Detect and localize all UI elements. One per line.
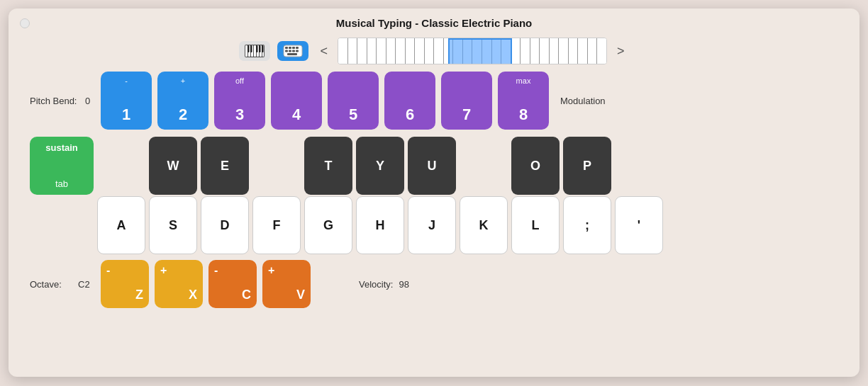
octave-key-c[interactable]: - C bbox=[208, 260, 257, 308]
octave-value: C2 bbox=[78, 279, 95, 290]
white-key bbox=[587, 38, 597, 64]
white-key bbox=[338, 38, 347, 64]
traffic-light[interactable] bbox=[20, 18, 30, 28]
key-l[interactable]: L bbox=[511, 196, 560, 254]
white-key bbox=[596, 38, 606, 64]
pitch-key-3-top: off bbox=[214, 76, 265, 85]
key-d[interactable]: D bbox=[201, 196, 249, 254]
pitch-bend-key-2[interactable]: + 2 bbox=[157, 72, 208, 130]
key-semicolon[interactable]: ; bbox=[563, 196, 611, 254]
key-s[interactable]: S bbox=[149, 196, 197, 254]
white-key bbox=[530, 38, 540, 64]
black-keys-row: sustain tab W E T Y U O P bbox=[30, 137, 838, 195]
piano-icon bbox=[245, 45, 265, 57]
white-key bbox=[549, 38, 559, 64]
pitch-bend-key-6[interactable]: 6 bbox=[384, 72, 435, 130]
white-key bbox=[558, 38, 568, 64]
key-j[interactable]: J bbox=[408, 196, 456, 254]
pitch-key-8-bottom: 8 bbox=[519, 106, 528, 124]
key-f[interactable]: F bbox=[252, 196, 301, 254]
window-title: Musical Typing - Classic Electric Piano bbox=[336, 17, 532, 29]
pitch-bend-key-8[interactable]: max 8 bbox=[498, 72, 549, 130]
key-y[interactable]: Y bbox=[356, 137, 404, 195]
pitch-bend-key-4[interactable]: 4 bbox=[271, 72, 322, 130]
pitch-bend-row: Pitch Bend: 0 - 1 + 2 off 3 4 bbox=[30, 72, 838, 130]
svg-rect-21 bbox=[296, 50, 299, 52]
nav-left-button[interactable]: < bbox=[316, 42, 332, 60]
main-content: Pitch Bend: 0 - 1 + 2 off 3 4 bbox=[9, 72, 859, 308]
key-u[interactable]: U bbox=[408, 137, 456, 195]
svg-rect-22 bbox=[287, 53, 297, 55]
pitch-key-7-bottom: 7 bbox=[462, 106, 471, 124]
pitch-bend-key-5[interactable]: 5 bbox=[328, 72, 379, 130]
white-key bbox=[405, 38, 415, 64]
key-g[interactable]: G bbox=[304, 196, 352, 254]
octave-key-x[interactable]: + X bbox=[155, 260, 203, 308]
main-window: Musical Typing - Classic Electric Piano bbox=[9, 8, 859, 377]
key-a[interactable]: A bbox=[97, 196, 145, 254]
oct-z-bottom: Z bbox=[135, 288, 143, 302]
key-t[interactable]: T bbox=[304, 137, 352, 195]
pitch-key-8-top: max bbox=[498, 76, 549, 85]
svg-rect-9 bbox=[250, 45, 252, 52]
pitch-key-2-bottom: 2 bbox=[179, 106, 187, 124]
key-h[interactable]: H bbox=[356, 196, 404, 254]
svg-rect-17 bbox=[296, 47, 299, 49]
modulation-label: Modulation bbox=[560, 96, 606, 106]
svg-rect-20 bbox=[292, 50, 295, 52]
spacer-k bbox=[460, 137, 508, 195]
white-key bbox=[367, 38, 377, 64]
sustain-button[interactable]: sustain tab bbox=[30, 137, 94, 195]
key-e[interactable]: E bbox=[201, 137, 249, 195]
white-key bbox=[347, 38, 357, 64]
white-key bbox=[395, 38, 405, 64]
pitch-key-1-bottom: 1 bbox=[122, 106, 130, 124]
pitch-key-1-top: - bbox=[101, 76, 152, 85]
velocity-label: Velocity: bbox=[359, 279, 393, 290]
pitch-bend-key-1[interactable]: - 1 bbox=[101, 72, 152, 130]
svg-rect-10 bbox=[256, 45, 258, 52]
keyboard-view-button[interactable] bbox=[277, 41, 308, 61]
velocity-value: 98 bbox=[399, 279, 408, 290]
pitch-bend-label: Pitch Bend: bbox=[30, 96, 79, 106]
octave-label: Octave: bbox=[30, 279, 72, 290]
white-key bbox=[568, 38, 578, 64]
oct-v-bottom: V bbox=[296, 288, 305, 302]
spacer-a bbox=[97, 137, 145, 195]
octave-key-z[interactable]: - Z bbox=[101, 260, 149, 308]
svg-rect-4 bbox=[254, 45, 256, 57]
key-w[interactable]: W bbox=[149, 137, 197, 195]
key-o[interactable]: O bbox=[511, 137, 560, 195]
toolbar: < bbox=[9, 35, 859, 72]
white-key bbox=[577, 38, 587, 64]
oct-x-top: + bbox=[160, 264, 167, 277]
key-k[interactable]: K bbox=[460, 196, 508, 254]
pitch-key-2-top: + bbox=[157, 76, 208, 85]
octave-key-v[interactable]: + V bbox=[262, 260, 311, 308]
oct-v-top: + bbox=[268, 264, 274, 277]
sustain-top-label: sustain bbox=[45, 142, 78, 153]
oct-c-top: - bbox=[214, 264, 218, 277]
white-key bbox=[414, 38, 424, 64]
piano-highlight bbox=[448, 38, 512, 64]
pitch-key-5-bottom: 5 bbox=[349, 106, 357, 124]
spacer-f bbox=[252, 137, 301, 195]
svg-rect-16 bbox=[292, 47, 295, 49]
pitch-bend-value: 0 bbox=[85, 96, 95, 106]
white-key bbox=[424, 38, 434, 64]
pitch-bend-key-3[interactable]: off 3 bbox=[214, 72, 265, 130]
key-p[interactable]: P bbox=[563, 137, 611, 195]
octave-row: Octave: C2 - Z + X - C + V bbox=[30, 260, 838, 308]
pitch-bend-key-7[interactable]: 7 bbox=[441, 72, 492, 130]
oct-c-bottom: C bbox=[242, 288, 251, 302]
title-bar: Musical Typing - Classic Electric Piano bbox=[9, 8, 859, 35]
white-key bbox=[539, 38, 549, 64]
piano-view-button[interactable] bbox=[239, 41, 270, 61]
nav-right-button[interactable]: > bbox=[613, 42, 629, 60]
key-apostrophe[interactable]: ' bbox=[615, 196, 663, 254]
keyboard-icon bbox=[283, 45, 303, 57]
white-key bbox=[386, 38, 396, 64]
pitch-key-3-bottom: 3 bbox=[235, 106, 244, 124]
white-key bbox=[520, 38, 530, 64]
white-key bbox=[357, 38, 367, 64]
